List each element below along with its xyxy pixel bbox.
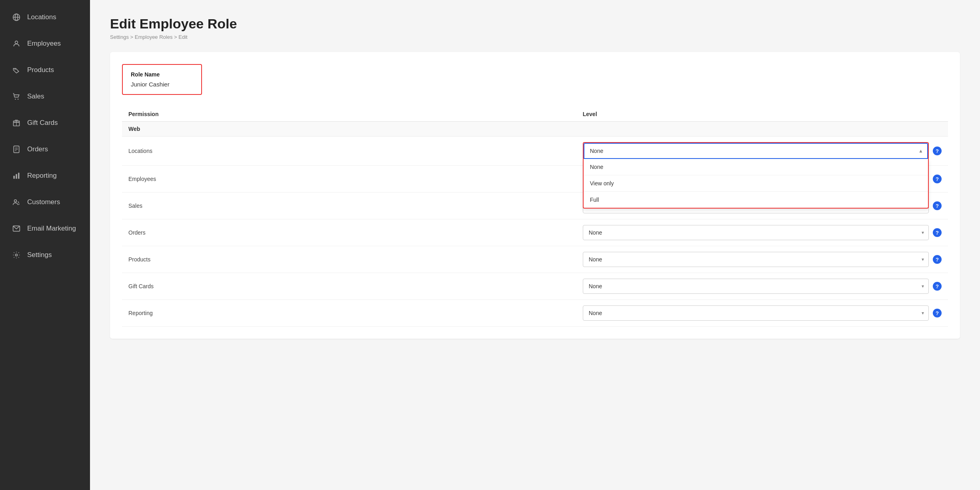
tag-icon xyxy=(12,66,21,74)
option-view-only-locations[interactable]: View only xyxy=(584,175,928,192)
help-icon-reporting[interactable]: ? xyxy=(933,309,942,317)
gift-icon xyxy=(12,118,21,127)
dropdown-select-reporting[interactable]: NoneView onlyFull xyxy=(583,305,929,321)
person-icon xyxy=(12,39,21,48)
table-row-products: Products NoneView onlyFull ▾ ? xyxy=(122,246,948,273)
document-icon xyxy=(12,145,21,154)
main-content: Edit Employee Role Settings > Employee R… xyxy=(90,0,980,490)
svg-rect-13 xyxy=(14,176,15,179)
role-name-label: Role Name xyxy=(131,71,193,78)
dropdown-products[interactable]: NoneView onlyFull ▾ xyxy=(583,252,929,267)
sidebar: Locations Employees Products Sales Gift … xyxy=(0,0,90,490)
help-icon-sales[interactable]: ? xyxy=(933,201,942,210)
sidebar-item-customers[interactable]: Customers xyxy=(0,189,90,215)
sidebar-label-email-marketing: Email Marketing xyxy=(27,225,76,233)
permissions-table: Permission Level Web Locations xyxy=(122,107,948,327)
sidebar-item-orders[interactable]: Orders xyxy=(0,136,90,163)
perm-name-sales: Sales xyxy=(122,193,576,219)
dropdown-select-orders[interactable]: NoneView onlyFull xyxy=(583,225,929,240)
svg-point-16 xyxy=(14,200,17,202)
settings-icon xyxy=(12,251,21,259)
sidebar-item-settings[interactable]: Settings xyxy=(0,242,90,268)
perm-level-products: NoneView onlyFull ▾ ? xyxy=(576,246,948,273)
sidebar-label-products: Products xyxy=(27,66,54,74)
edit-role-card: Role Name Junior Cashier Permission Leve… xyxy=(110,52,960,339)
sidebar-item-sales[interactable]: Sales xyxy=(0,83,90,110)
help-icon-orders[interactable]: ? xyxy=(933,228,942,237)
sidebar-label-reporting: Reporting xyxy=(27,172,57,180)
cart-icon xyxy=(12,92,21,101)
sidebar-item-reporting[interactable]: Reporting xyxy=(0,163,90,189)
dropdown-orders[interactable]: NoneView onlyFull ▾ xyxy=(583,225,929,240)
globe-icon xyxy=(12,13,21,22)
option-none-locations[interactable]: None xyxy=(584,159,928,175)
svg-point-5 xyxy=(15,98,16,100)
dropdown-locations[interactable]: None View only Full ▲ None View only Ful… xyxy=(583,142,929,160)
breadcrumb: Settings > Employee Roles > Edit xyxy=(110,34,960,40)
perm-name-locations: Locations xyxy=(122,137,576,166)
perm-name-employees: Employees xyxy=(122,166,576,193)
help-icon-employees[interactable]: ? xyxy=(933,175,942,183)
perm-level-orders: NoneView onlyFull ▾ ? xyxy=(576,219,948,246)
sidebar-label-customers: Customers xyxy=(27,198,60,206)
email-icon xyxy=(12,224,21,233)
role-name-value: Junior Cashier xyxy=(131,81,193,88)
table-row-locations: Locations None View only Full ▲ xyxy=(122,137,948,166)
dropdown-gift-cards[interactable]: NoneView onlyFull ▾ xyxy=(583,279,929,294)
sidebar-label-locations: Locations xyxy=(27,13,56,21)
perm-level-gift-cards: NoneView onlyFull ▾ ? xyxy=(576,273,948,300)
dropdown-options-locations: None View only Full xyxy=(583,159,929,209)
svg-rect-15 xyxy=(18,173,19,179)
col-permission: Permission xyxy=(122,107,576,122)
dropdown-reporting[interactable]: NoneView onlyFull ▾ xyxy=(583,305,929,321)
role-name-section: Role Name Junior Cashier xyxy=(122,64,202,95)
sidebar-label-settings: Settings xyxy=(27,251,52,259)
perm-name-reporting: Reporting xyxy=(122,300,576,327)
dropdown-select-products[interactable]: NoneView onlyFull xyxy=(583,252,929,267)
svg-point-6 xyxy=(18,98,19,100)
perm-level-locations: None View only Full ▲ None View only Ful… xyxy=(576,137,948,166)
sidebar-item-gift-cards[interactable]: Gift Cards xyxy=(0,110,90,136)
sidebar-label-employees: Employees xyxy=(27,40,61,48)
sidebar-label-orders: Orders xyxy=(27,145,48,153)
perm-name-gift-cards: Gift Cards xyxy=(122,273,576,300)
perm-level-reporting: NoneView onlyFull ▾ ? xyxy=(576,300,948,327)
help-icon-gift-cards[interactable]: ? xyxy=(933,282,942,291)
table-row-gift-cards: Gift Cards NoneView onlyFull ▾ ? xyxy=(122,273,948,300)
sidebar-item-email-marketing[interactable]: Email Marketing xyxy=(0,215,90,242)
perm-name-orders: Orders xyxy=(122,219,576,246)
customer-icon xyxy=(12,198,21,207)
help-icon-locations[interactable]: ? xyxy=(933,147,942,155)
sidebar-item-employees[interactable]: Employees xyxy=(0,30,90,57)
svg-point-3 xyxy=(15,41,18,44)
perm-name-products: Products xyxy=(122,246,576,273)
dropdown-select-locations[interactable]: None View only Full xyxy=(584,143,928,159)
sidebar-label-sales: Sales xyxy=(27,92,44,100)
svg-rect-14 xyxy=(16,174,17,179)
sidebar-label-gift-cards: Gift Cards xyxy=(27,119,58,127)
help-icon-products[interactable]: ? xyxy=(933,255,942,264)
table-row-orders: Orders NoneView onlyFull ▾ ? xyxy=(122,219,948,246)
page-title: Edit Employee Role xyxy=(110,16,960,32)
section-web: Web xyxy=(122,122,948,137)
svg-point-4 xyxy=(14,69,16,70)
table-row-reporting: Reporting NoneView onlyFull ▾ ? xyxy=(122,300,948,327)
sidebar-item-products[interactable]: Products xyxy=(0,57,90,83)
dropdown-select-gift-cards[interactable]: NoneView onlyFull xyxy=(583,279,929,294)
chart-icon xyxy=(12,171,21,180)
sidebar-item-locations[interactable]: Locations xyxy=(0,4,90,30)
svg-point-18 xyxy=(16,254,18,256)
option-full-locations[interactable]: Full xyxy=(584,192,928,208)
col-level: Level xyxy=(576,107,948,122)
